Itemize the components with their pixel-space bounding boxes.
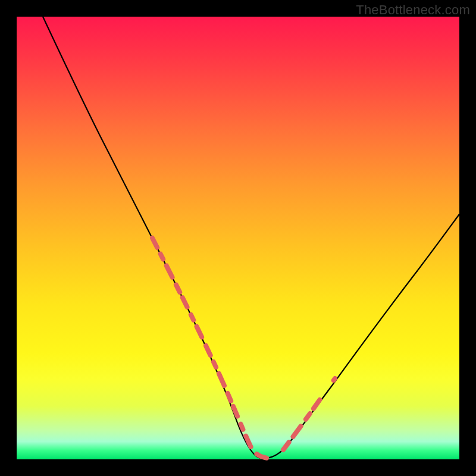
chart-frame: TheBottleneck.com: [0, 0, 476, 476]
plot-area: [17, 17, 459, 459]
highlight-left: [152, 238, 270, 458]
curve-layer: [17, 17, 459, 459]
highlight-right: [283, 378, 335, 450]
watermark-text: TheBottleneck.com: [356, 2, 470, 18]
curve-main: [43, 17, 459, 458]
